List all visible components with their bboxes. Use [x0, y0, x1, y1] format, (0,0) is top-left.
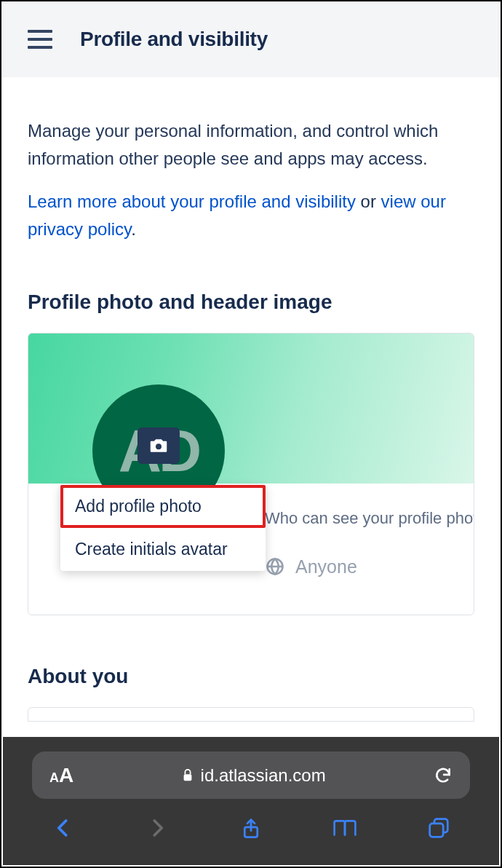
address-bar[interactable]: AA id.atlassian.com	[32, 751, 470, 799]
intro-paragraph: Manage your personal information, and co…	[28, 117, 474, 173]
about-you-card	[28, 707, 474, 722]
profile-lower-panel: Add profile photo Create initials avatar…	[28, 484, 474, 615]
url-display: id.atlassian.com	[182, 765, 326, 786]
or-separator: or	[356, 192, 381, 211]
lock-icon	[182, 769, 194, 782]
tabs-button[interactable]	[423, 813, 454, 843]
visibility-selector[interactable]: Anyone	[265, 556, 357, 577]
camera-icon[interactable]	[138, 427, 180, 464]
bookmarks-button[interactable]	[330, 813, 360, 843]
period: .	[131, 219, 136, 239]
forward-button[interactable]	[142, 813, 172, 843]
add-profile-photo-option[interactable]: Add profile photo	[60, 485, 266, 528]
browser-toolbar	[3, 799, 499, 857]
links-paragraph: Learn more about your profile and visibi…	[28, 188, 474, 244]
url-text: id.atlassian.com	[201, 765, 326, 786]
section-title-photo: Profile photo and header image	[28, 291, 474, 314]
profile-photo-card: AD Add profile photo Create initials ava…	[28, 333, 474, 615]
main-content: Manage your personal information, and co…	[1, 77, 501, 722]
globe-icon	[265, 556, 285, 577]
text-size-button[interactable]: AA	[49, 764, 73, 787]
hamburger-menu-button[interactable]	[28, 30, 52, 49]
visibility-label: Who can see your profile photo?	[265, 509, 474, 528]
svg-point-0	[156, 443, 162, 449]
svg-rect-4	[430, 824, 443, 837]
visibility-value-text: Anyone	[295, 556, 357, 577]
share-button[interactable]	[236, 813, 266, 843]
avatar-dropdown-menu: Add profile photo Create initials avatar	[60, 485, 266, 571]
svg-rect-2	[183, 774, 191, 781]
reload-button[interactable]	[434, 766, 453, 785]
learn-more-link[interactable]: Learn more about your profile and visibi…	[28, 192, 356, 211]
browser-bottom-bar: AA id.atlassian.com	[3, 737, 499, 865]
section-title-about: About you	[28, 665, 474, 688]
create-initials-avatar-option[interactable]: Create initials avatar	[60, 528, 266, 571]
page-title: Profile and visibility	[80, 28, 268, 51]
app-header: Profile and visibility	[1, 1, 501, 77]
back-button[interactable]	[48, 813, 79, 843]
header-image-banner[interactable]: AD	[28, 334, 474, 484]
